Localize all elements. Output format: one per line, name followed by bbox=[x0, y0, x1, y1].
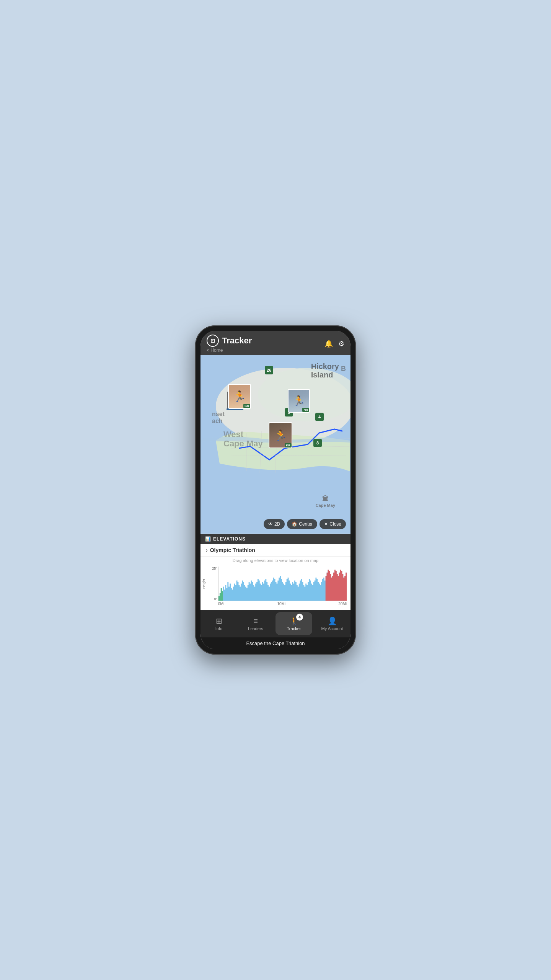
map-btn-center[interactable]: 🏠 Center bbox=[287, 519, 317, 529]
notification-icon[interactable]: 🔔 bbox=[324, 340, 333, 348]
elevation-event-name: Olympic Triathlon bbox=[210, 547, 255, 553]
athlete-kr-badge: KR bbox=[285, 443, 292, 448]
athlete-nr-marker[interactable]: 🏃 NR bbox=[288, 389, 310, 413]
hickory-island-label: HickoryIsland bbox=[311, 362, 339, 379]
account-icon: 👤 bbox=[328, 616, 337, 626]
elevation-chart-inner[interactable] bbox=[218, 567, 347, 601]
route-marker-8: 8 bbox=[313, 439, 322, 447]
y-max-label: 25' bbox=[212, 567, 217, 570]
map-btn-2d[interactable]: 👁 2D bbox=[264, 519, 285, 529]
header-left: ⊡ Tracker < Home bbox=[207, 335, 252, 353]
phone-frame: ⊡ Tracker < Home 🔔 ⚙ bbox=[195, 325, 356, 655]
leaders-icon: ≡ bbox=[253, 617, 258, 626]
bottom-bar: Escape the Cape Triathlon bbox=[201, 637, 350, 649]
myaccount-label: My Account bbox=[321, 626, 343, 631]
athlete-nr-badge: NR bbox=[302, 408, 309, 412]
tracker-badge: 4 bbox=[296, 614, 303, 621]
cape-may-label: 🏛 Cape May bbox=[316, 495, 335, 508]
athlete-kr-marker[interactable]: 🏃 KR bbox=[269, 422, 292, 448]
bar-chart-icon: 📊 bbox=[205, 536, 211, 542]
app-logo: ⊡ bbox=[207, 335, 219, 347]
route-marker-26: 26 bbox=[265, 366, 273, 374]
bottom-nav: ⊞ Info ≡ Leaders 4 🚶 Tracker 👤 My Accoun… bbox=[201, 610, 350, 637]
athlete-gr-badge: GR bbox=[243, 404, 250, 408]
nav-item-myaccount[interactable]: 👤 My Account bbox=[314, 610, 350, 637]
elevations-section: 📊 ELEVATIONS › Olympic Triathlon Drag al… bbox=[201, 534, 350, 610]
elevation-event[interactable]: › Olympic Triathlon bbox=[201, 544, 350, 557]
elevation-chart-wrapper[interactable]: 25' 0' Height bbox=[201, 565, 350, 610]
route-marker-4: 4 bbox=[315, 413, 324, 421]
home-icon: 🏠 bbox=[292, 521, 297, 527]
event-name: Escape the Cape Triathlon bbox=[246, 640, 305, 646]
map-btn-close[interactable]: ✕ Close bbox=[320, 519, 346, 529]
y-min-label: 0' bbox=[214, 597, 217, 601]
elevations-header: 📊 ELEVATIONS bbox=[201, 534, 350, 544]
map-controls: 👁 2D 🏠 Center ✕ Close bbox=[264, 519, 346, 529]
athlete-gr-marker[interactable]: 🏃 GR bbox=[228, 384, 251, 409]
x-label-0mi: 0Mi bbox=[218, 602, 224, 606]
nav-item-tracker[interactable]: 4 🚶 Tracker bbox=[276, 612, 312, 635]
nav-item-leaders[interactable]: ≡ Leaders bbox=[237, 610, 274, 637]
info-label: Info bbox=[215, 626, 222, 631]
x-label-10mi: 10Mi bbox=[277, 602, 285, 606]
nav-item-info[interactable]: ⊞ Info bbox=[201, 610, 237, 637]
leaders-label: Leaders bbox=[248, 626, 263, 631]
settings-icon[interactable]: ⚙ bbox=[338, 340, 344, 348]
chevron-right-icon: › bbox=[206, 547, 208, 553]
elevation-drag-hint: Drag along elevations to view location o… bbox=[201, 557, 350, 565]
eye-icon: 👁 bbox=[268, 521, 273, 527]
map-container[interactable]: HickoryIsland WestCape May 🏛 Cape May ns… bbox=[201, 355, 350, 534]
height-axis-label: Height bbox=[202, 579, 206, 589]
tracker-label: Tracker bbox=[287, 626, 301, 631]
app-title: Tracker bbox=[222, 336, 252, 346]
header-icons: 🔔 ⚙ bbox=[324, 340, 344, 348]
back-link[interactable]: < Home bbox=[207, 348, 252, 353]
west-cape-may-label: WestCape May bbox=[223, 430, 263, 448]
header-title-row: ⊡ Tracker bbox=[207, 335, 252, 347]
sunset-label: nsetach bbox=[212, 411, 225, 425]
close-icon: ✕ bbox=[324, 521, 328, 527]
b-label: B bbox=[341, 365, 346, 373]
phone-screen: ⊡ Tracker < Home 🔔 ⚙ bbox=[201, 331, 350, 649]
elevation-x-labels: 0Mi 10Mi 20Mi bbox=[204, 601, 347, 606]
info-icon: ⊞ bbox=[216, 616, 222, 626]
elevations-title: ELEVATIONS bbox=[213, 536, 246, 542]
x-label-20mi: 20Mi bbox=[338, 602, 347, 606]
header: ⊡ Tracker < Home 🔔 ⚙ bbox=[201, 331, 350, 355]
elevation-chart-svg bbox=[218, 567, 347, 601]
